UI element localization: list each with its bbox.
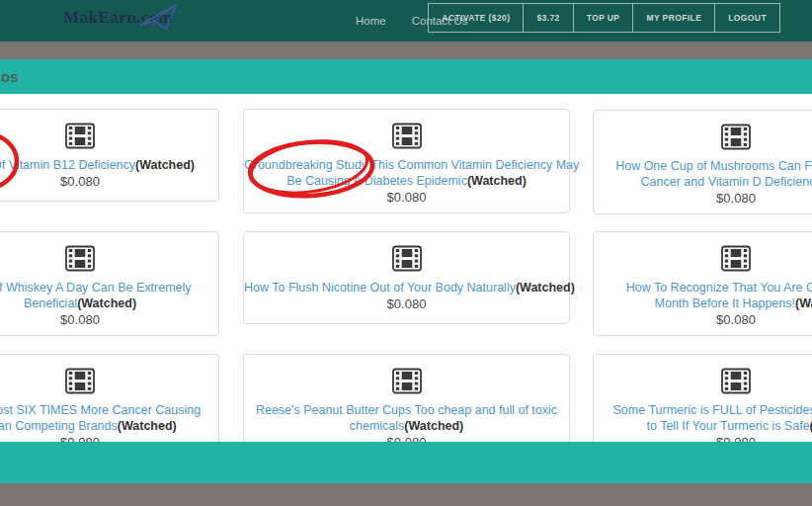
video-price: $0.080 bbox=[0, 311, 218, 328]
video-card: Groundbreaking Study This Common Vitamin… bbox=[243, 109, 570, 213]
video-title-link[interactable]: How One Cup of Mushrooms Can Fight The bbox=[594, 158, 812, 174]
video-title-link[interactable]: ve Almost SIX TIMES More Cancer Causing bbox=[0, 402, 218, 418]
video-title-link[interactable]: Cancer and Vitamin D Deficiencies bbox=[594, 174, 812, 190]
video-card: hot Of Whiskey A Day Can Be Extremely Be… bbox=[0, 231, 219, 336]
video-title-link[interactable]: Month Before It Happens!(Wa bbox=[594, 295, 812, 311]
header-bar: MakEarn.com Home Contact Us ACTIVATE ($2… bbox=[0, 0, 812, 42]
video-title-link[interactable]: to Tell If Your Turmeric is Safe(W bbox=[594, 418, 812, 434]
top-up-button[interactable]: TOP UP bbox=[573, 3, 634, 33]
balance-button[interactable]: $3.72 bbox=[523, 3, 573, 33]
video-price: $0.080 bbox=[0, 173, 218, 190]
video-price: $0.080 bbox=[594, 190, 812, 207]
video-card: How One Cup of Mushrooms Can Fight The C… bbox=[593, 110, 812, 214]
video-card: How To Recognize That You Are Getting Mo… bbox=[593, 231, 812, 336]
film-icon bbox=[244, 123, 569, 152]
film-icon bbox=[0, 123, 218, 152]
film-icon bbox=[0, 368, 218, 397]
video-title-link[interactable]: Groundbreaking Study This Common Vitamin… bbox=[244, 157, 569, 173]
video-price: $0.080 bbox=[244, 295, 569, 312]
bottom-gray-strip bbox=[0, 483, 812, 506]
video-title-link[interactable]: Reese's Peanut Butter Cups Too cheap and… bbox=[244, 402, 569, 418]
video-title-link[interactable]: How To Flush Nicotine Out of Your Body N… bbox=[244, 280, 569, 295]
film-icon bbox=[244, 368, 569, 397]
video-card: oms Of Vitamin B12 Deficiency(Watched) $… bbox=[0, 109, 219, 202]
film-icon bbox=[0, 245, 218, 275]
header-button-group: ACTIVATE ($20) $3.72 TOP UP MY PROFILE L… bbox=[429, 3, 780, 33]
section-heading: os bbox=[1, 59, 19, 94]
video-price: $0.080 bbox=[594, 311, 812, 328]
my-profile-button[interactable]: MY PROFILE bbox=[632, 3, 715, 33]
activate-button[interactable]: ACTIVATE ($20) bbox=[428, 3, 524, 33]
video-title-link[interactable]: Than Competing Brands(Watched) bbox=[0, 418, 218, 434]
video-title-link[interactable]: How To Recognize That You Are Getting bbox=[594, 280, 812, 295]
logout-button[interactable]: LOGOUT bbox=[714, 3, 780, 33]
film-icon bbox=[594, 368, 812, 397]
video-title-link[interactable]: Be Causing A Diabetes Epidemic(Watched) bbox=[244, 173, 569, 189]
section-banner: os bbox=[0, 59, 812, 94]
video-title-link[interactable]: chemicals(Watched) bbox=[244, 418, 569, 434]
film-icon bbox=[594, 124, 812, 153]
film-icon bbox=[244, 245, 569, 275]
paper-plane-icon bbox=[136, 1, 182, 33]
film-icon bbox=[594, 245, 812, 275]
footer-bar bbox=[0, 442, 812, 483]
video-title-link[interactable]: Some Turmeric is FULL of Pesticides and … bbox=[594, 402, 812, 418]
video-price: $0.080 bbox=[244, 189, 569, 206]
top-gray-strip bbox=[0, 42, 812, 59]
video-title-link[interactable]: oms Of Vitamin B12 Deficiency(Watched) bbox=[0, 157, 218, 173]
video-title-link[interactable]: hot Of Whiskey A Day Can Be Extremely bbox=[0, 280, 218, 295]
nav-home[interactable]: Home bbox=[356, 15, 386, 27]
video-title-link[interactable]: Beneficial(Watched) bbox=[0, 295, 218, 311]
video-card: How To Flush Nicotine Out of Your Body N… bbox=[243, 231, 570, 324]
